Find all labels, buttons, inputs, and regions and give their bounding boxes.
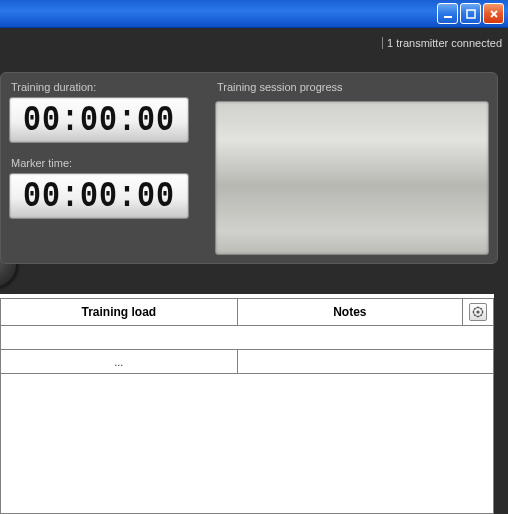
marker-label: Marker time: [11,157,209,169]
timing-panel: Training duration: 00:00:00 Marker time:… [0,72,498,264]
svg-rect-0 [444,16,452,18]
training-table: Training load Notes [0,298,494,374]
window-titlebar [0,0,508,28]
session-progress-chart [215,101,489,255]
col-header-notes[interactable]: Notes [237,299,462,326]
duration-display: 00:00:00 [9,97,189,143]
status-bar: 1 transmitter connected [0,28,508,58]
marker-value: 00:00:00 [23,175,175,218]
marker-display: 00:00:00 [9,173,189,219]
close-button[interactable] [483,3,504,24]
minimize-button[interactable] [437,3,458,24]
table-row[interactable] [1,326,494,350]
training-panel-area: 1 transmitter connected Training duratio… [0,28,508,294]
cell-training-load[interactable]: ... [1,350,238,374]
col-header-settings [463,299,494,326]
svg-point-4 [476,310,479,313]
maximize-button[interactable] [460,3,481,24]
status-separator [382,37,383,49]
table-body-area [0,374,494,514]
col-header-training-load[interactable]: Training load [1,299,238,326]
gear-icon [472,306,484,318]
svg-rect-1 [467,10,475,18]
progress-label: Training session progress [217,81,489,93]
table-settings-button[interactable] [469,303,487,321]
cell-notes[interactable] [237,350,493,374]
transmitter-status: 1 transmitter connected [387,37,502,49]
duration-value: 00:00:00 [23,99,175,142]
duration-label: Training duration: [11,81,209,93]
table-row[interactable]: ... [1,350,494,374]
training-table-area: Training load Notes [0,294,508,514]
